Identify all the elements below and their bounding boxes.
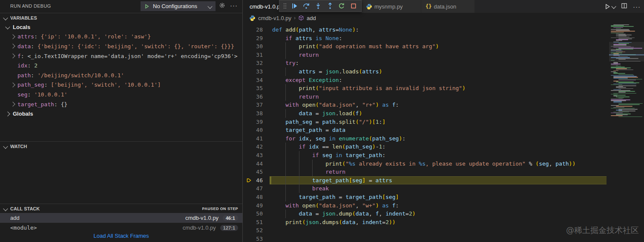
line-number[interactable]: 42 xyxy=(243,143,263,151)
line-number[interactable]: 32 xyxy=(243,59,263,67)
line-number[interactable]: 34 xyxy=(243,76,263,85)
code-token: in xyxy=(329,135,336,142)
line-number[interactable]: 51 xyxy=(243,218,263,227)
code-token: %s xyxy=(349,160,356,167)
minimap-line xyxy=(618,82,639,83)
scope-globals[interactable]: Globals xyxy=(0,109,242,119)
breadcrumb-file[interactable]: cmdb-v1.0.py xyxy=(258,15,291,21)
call-stack-frame[interactable]: addcmdb-v1.0.py46:1 xyxy=(0,213,242,223)
line-number[interactable]: 45 xyxy=(243,168,263,176)
debug-continue-button[interactable] xyxy=(290,1,300,11)
variable-row[interactable]: idx:2 xyxy=(0,61,242,70)
line-number[interactable]: 49 xyxy=(243,201,263,210)
code-token: : xyxy=(339,77,342,83)
minimap-line xyxy=(616,70,633,70)
debug-stop-button[interactable] xyxy=(348,1,359,11)
variable-row[interactable]: path_seg:['beijing', 'switch', '10.0.0.1… xyxy=(0,80,242,90)
chevron-right-icon[interactable] xyxy=(10,53,15,58)
line-number[interactable]: 41 xyxy=(243,134,263,143)
variable-row[interactable]: target_path:{} xyxy=(0,99,242,109)
breadcrumb-symbol[interactable]: add xyxy=(307,15,316,21)
code-editor[interactable]: 2829303132333435363738394041424344454647… xyxy=(243,23,644,242)
line-number[interactable]: 36 xyxy=(243,93,263,101)
editor-tab[interactable]: mysnmp.py xyxy=(362,0,421,13)
minimap-line xyxy=(611,65,618,66)
debug-step-out-button[interactable] xyxy=(325,1,335,11)
minimap-line xyxy=(618,80,636,81)
variable-colon: : xyxy=(44,82,48,88)
code-token: loads xyxy=(342,68,359,75)
minimap[interactable] xyxy=(609,23,644,242)
chevron-right-icon[interactable] xyxy=(10,44,15,49)
line-number[interactable]: 31 xyxy=(243,51,263,59)
code-token xyxy=(389,202,392,209)
line-number[interactable]: 43 xyxy=(243,151,263,160)
more-actions-icon[interactable]: ··· xyxy=(230,2,238,9)
minimap-line xyxy=(616,40,622,41)
call-stack-section-header[interactable]: CALL STACK PAUSED ON STEP xyxy=(0,204,242,213)
line-number[interactable]: 46 xyxy=(243,176,263,185)
debug-step-into-button[interactable] xyxy=(313,1,323,11)
variable-row[interactable]: f:<_io.TextIOWrapper name='data.json' mo… xyxy=(0,51,242,61)
line-number[interactable]: 53 xyxy=(243,235,263,242)
chevron-right-icon[interactable] xyxy=(10,82,15,87)
indent-guide xyxy=(285,176,299,185)
code-token: json xyxy=(322,110,335,117)
line-number[interactable]: 35 xyxy=(243,84,263,93)
indent-guide xyxy=(272,84,285,93)
code-token: add xyxy=(285,26,295,33)
json-icon: {} xyxy=(426,3,431,9)
line-number[interactable]: 52 xyxy=(243,226,263,235)
minimap-line xyxy=(618,104,640,105)
variable-row[interactable]: path:'/beijing/switch/10.0.0.1' xyxy=(0,70,242,80)
breadcrumb[interactable]: cmdb-v1.0.py › add xyxy=(243,13,644,23)
panel-title: RUN AND DEBUG xyxy=(10,3,51,9)
code-token: "data.json" xyxy=(319,202,356,209)
call-stack-frame[interactable]: <module>cmdb-v1.0.py127:1 xyxy=(0,223,242,233)
code-token: ( xyxy=(316,43,319,50)
indent-guide xyxy=(299,168,312,176)
editor-tab[interactable]: {}data.json xyxy=(421,0,475,13)
gear-icon[interactable] xyxy=(219,2,225,10)
debug-config-dropdown[interactable]: No Configurations xyxy=(141,1,216,11)
line-number[interactable]: 48 xyxy=(243,193,263,201)
variables-section-header[interactable]: VARIABLES xyxy=(0,13,242,22)
variable-name: f xyxy=(17,53,21,59)
line-number[interactable]: 47 xyxy=(243,184,263,193)
line-number[interactable]: 30 xyxy=(243,42,263,51)
editor-tab[interactable]: cmdb-v1.0.py xyxy=(243,0,281,13)
watch-section-header[interactable]: WATCH xyxy=(0,141,242,151)
tab-label: mysnmp.py xyxy=(374,3,402,10)
line-number[interactable]: 37 xyxy=(243,101,263,109)
line-number[interactable]: 38 xyxy=(243,109,263,118)
toolbar-drag-grip[interactable] xyxy=(282,1,288,11)
chevron-right-icon[interactable] xyxy=(10,34,15,39)
line-number[interactable]: 40 xyxy=(243,126,263,134)
locals-label: Locals xyxy=(13,24,30,30)
variable-row[interactable]: data:{'beijing': {'idc': 'beijing', 'swi… xyxy=(0,41,242,51)
load-all-stack-frames-link[interactable]: Load All Stack Frames xyxy=(0,233,242,239)
line-number[interactable]: 44 xyxy=(243,160,263,168)
run-python-file-button[interactable] xyxy=(604,3,615,10)
more-actions-icon[interactable]: ··· xyxy=(633,3,641,10)
code-token: ] xyxy=(396,194,399,200)
code-token: attrs xyxy=(296,35,312,41)
debug-step-over-button[interactable] xyxy=(301,1,311,11)
line-number[interactable]: 29 xyxy=(243,34,263,43)
line-number[interactable]: 50 xyxy=(243,210,263,218)
code-token: len xyxy=(332,143,342,150)
debug-restart-button[interactable] xyxy=(336,1,347,11)
code-token: idx xyxy=(309,143,319,150)
variable-row[interactable]: attrs:{'ip': '10.0.0.1', 'role': 'asw'} xyxy=(0,32,242,42)
chevron-right-icon[interactable] xyxy=(10,102,15,106)
code-token: ( xyxy=(369,135,372,142)
minimap-line xyxy=(613,27,623,28)
line-number[interactable]: 39 xyxy=(243,118,263,126)
line-number[interactable]: 33 xyxy=(243,67,263,76)
code-token: print xyxy=(299,43,316,50)
split-editor-button[interactable] xyxy=(621,3,627,11)
variable-row[interactable]: seg:'10.0.0.1' xyxy=(0,90,242,99)
code-token: path xyxy=(555,160,569,167)
line-number[interactable]: 28 xyxy=(243,26,263,34)
scope-locals[interactable]: Locals xyxy=(0,22,242,32)
